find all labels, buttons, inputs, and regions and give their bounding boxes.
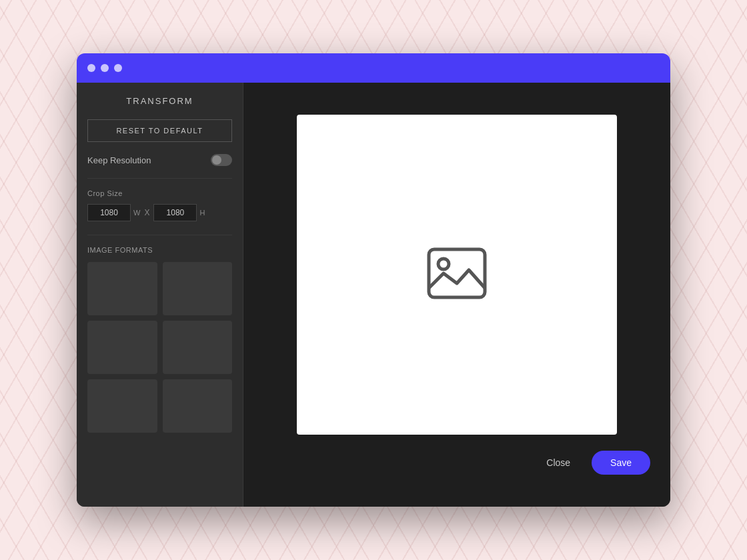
format-card-1[interactable] <box>87 262 157 315</box>
crop-width-group: W <box>87 204 140 221</box>
svg-rect-0 <box>429 249 485 297</box>
format-card-3[interactable] <box>87 321 157 374</box>
keep-resolution-toggle[interactable] <box>211 154 232 166</box>
keep-resolution-label: Keep Resolution <box>87 155 151 165</box>
traffic-light-minimize[interactable] <box>101 64 109 72</box>
divider-2 <box>87 235 232 235</box>
format-card-2[interactable] <box>163 262 233 315</box>
image-formats-label: IMAGE FORMATS <box>87 246 232 254</box>
divider-1 <box>87 178 232 179</box>
crop-height-unit: H <box>199 209 205 217</box>
formats-grid <box>87 262 232 433</box>
close-button[interactable]: Close <box>533 451 584 475</box>
footer-buttons: Close Save <box>533 451 650 475</box>
traffic-light-close[interactable] <box>87 64 95 72</box>
reset-to-default-button[interactable]: RESET TO DEFAULT <box>87 119 232 142</box>
save-button[interactable]: Save <box>592 451 650 475</box>
main-window: TRANSFORM RESET TO DEFAULT Keep Resoluti… <box>77 53 670 507</box>
crop-size-label: Crop Size <box>87 189 232 197</box>
traffic-lights <box>87 64 122 72</box>
sidebar: TRANSFORM RESET TO DEFAULT Keep Resoluti… <box>77 83 243 507</box>
crop-width-unit: W <box>133 209 140 217</box>
crop-x-separator: X <box>144 208 149 217</box>
crop-height-group: H <box>153 204 205 221</box>
traffic-light-maximize[interactable] <box>114 64 122 72</box>
window-body: TRANSFORM RESET TO DEFAULT Keep Resoluti… <box>77 83 670 507</box>
crop-width-input[interactable] <box>87 204 131 221</box>
titlebar <box>77 53 670 83</box>
crop-size-row: W X H <box>87 204 232 221</box>
format-card-4[interactable] <box>163 321 233 374</box>
sidebar-title: TRANSFORM <box>87 96 232 106</box>
format-card-5[interactable] <box>87 379 157 433</box>
main-area: Close Save <box>243 83 670 507</box>
format-card-6[interactable] <box>163 379 233 433</box>
canvas-area <box>297 115 617 435</box>
image-placeholder-icon <box>424 240 490 309</box>
svg-point-1 <box>438 259 449 269</box>
crop-height-input[interactable] <box>153 204 197 221</box>
keep-resolution-row: Keep Resolution <box>87 154 232 166</box>
